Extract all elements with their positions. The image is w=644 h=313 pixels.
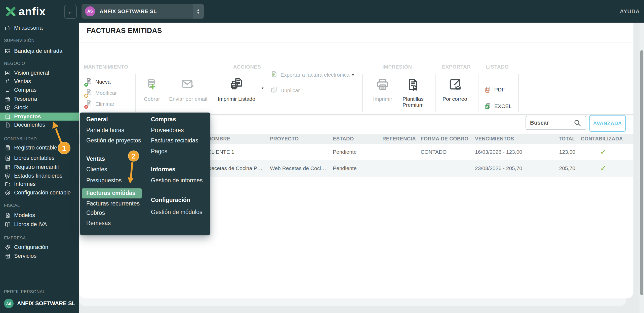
copy-icon <box>270 86 278 95</box>
cell-proyecto: Web Recetas de Coci… <box>270 160 326 177</box>
sidebar-item-libros-contables[interactable]: Libros contables <box>0 154 79 162</box>
sidebar-item-informes[interactable]: Informes <box>0 180 79 188</box>
anfix-logo: anfix <box>6 5 46 18</box>
sidebar-item-ventas[interactable]: Ventas <box>0 77 79 86</box>
proyectos-dropdown-menu: General Parte de horas Gestión de proyec… <box>80 113 210 235</box>
pdf-button[interactable]: PDF <box>484 86 505 93</box>
menu-item-facturas-emitidas[interactable]: Facturas emitidas <box>82 188 142 198</box>
sidebar-item-documentos[interactable]: Documentos <box>0 121 79 129</box>
menu-item-facturas-recurrentes[interactable]: Facturas recurrentes <box>86 200 140 207</box>
sidebar-item-libros-de-iva[interactable]: Libros de IVA <box>0 220 79 229</box>
excel-label: EXCEL <box>494 103 512 109</box>
sidebar-item-label: Compras <box>14 87 36 93</box>
print-list-icon <box>229 73 244 96</box>
menu-item-clientes[interactable]: Clientes <box>86 166 107 173</box>
column-header-referencia[interactable]: REFERENCIA <box>382 134 416 144</box>
purchases-arrow-icon <box>5 87 11 93</box>
column-header-forma-de-cobro[interactable]: FORMA DE COBRO <box>421 134 468 144</box>
exportar-factura-electronica-button[interactable]: e Exportar a factura electrónica ▾ <box>270 70 354 79</box>
column-header-nombre[interactable]: NOMBRE <box>208 134 230 144</box>
sidebar-item-configuracion[interactable]: Configuración <box>0 243 79 251</box>
ledger-icon <box>5 155 11 161</box>
sidebar: Mi asesoría SUPERVISIÓN Bandeja de entra… <box>0 23 79 313</box>
menu-item-label: Facturas emitidas <box>86 190 136 196</box>
column-header-contabilizada[interactable]: CONTABILIZADA <box>581 134 626 144</box>
modificar-button[interactable]: Modificar <box>85 88 117 97</box>
sidebar-item-modelos[interactable]: Modelos <box>0 211 79 220</box>
menu-item-proveedores[interactable]: Proveedores <box>151 127 184 134</box>
sidebar-section-perfil-personal: PERFIL PERSONAL <box>0 289 45 294</box>
books-icon <box>5 164 11 170</box>
sidebar-item-vision-general[interactable]: Visión general <box>0 69 79 77</box>
delete-document-icon: × <box>85 99 93 108</box>
company-selector[interactable]: AS ANFIX SOFTWARE SL ▲ ▼ <box>82 4 204 19</box>
toolbar-divider <box>362 74 363 112</box>
imprimir-listado-button[interactable]: Imprimir Listado <box>206 73 267 102</box>
por-correo-button[interactable]: Por correo <box>436 73 474 102</box>
menu-item-cobros[interactable]: Cobros <box>86 210 105 216</box>
profile-avatar: AS <box>4 299 14 308</box>
e-invoice-icon: e <box>270 70 278 79</box>
menu-item-pagos[interactable]: Pagos <box>151 148 167 155</box>
advanced-search-button[interactable]: AVANZADA <box>589 115 626 132</box>
plantillas-premium-button[interactable]: Plantillas Premium <box>394 73 432 108</box>
menu-item-gestion-de-modulos[interactable]: Gestión de módulos <box>151 209 203 216</box>
column-header-proyecto[interactable]: PROYECTO <box>270 134 299 144</box>
sidebar-item-mi-asesoria[interactable]: Mi asesoría <box>0 24 79 32</box>
bar-chart-icon <box>5 70 11 76</box>
pdf-label: PDF <box>494 87 505 93</box>
sidebar-item-compras[interactable]: Compras <box>0 86 79 94</box>
menu-item-presupuestos[interactable]: Presupuestos <box>86 177 122 184</box>
duplicar-button[interactable]: Duplicar <box>270 86 300 95</box>
nueva-label: Nueva <box>95 79 111 85</box>
new-document-icon: + <box>85 77 93 86</box>
duplicar-label: Duplicar <box>280 87 300 93</box>
cell-nombre: Recetas de Cocina P… <box>208 160 262 177</box>
sidebar-item-label: Proyectos <box>14 113 41 120</box>
cell-total: 205,70 <box>529 160 575 177</box>
menu-column-divider <box>145 116 145 232</box>
menu-item-remesas[interactable]: Remesas <box>86 220 111 227</box>
sidebar-item-tesoreria[interactable]: Tesorería <box>0 95 79 103</box>
search-icon[interactable] <box>573 119 581 127</box>
briefcase-icon <box>5 25 11 31</box>
sidebar-item-registro-contable[interactable]: Registro contable <box>0 143 79 152</box>
column-header-vencimientos[interactable]: VENCIMIENTOS <box>475 134 514 144</box>
sidebar-item-label: Configuración <box>14 244 48 250</box>
sidebar-item-label: Mi asesoría <box>14 25 43 31</box>
back-button[interactable]: ← <box>64 5 77 19</box>
sidebar-item-configuracion-contable[interactable]: Configuración contable <box>0 188 79 197</box>
sidebar-item-bandeja-de-entrada[interactable]: Bandeja de entrada <box>0 47 79 55</box>
sidebar-item-registro-mercantil[interactable]: Registro mercantil <box>0 163 79 171</box>
menu-header-ventas: Ventas <box>86 155 105 162</box>
excel-button[interactable]: EXCEL <box>484 102 512 110</box>
calculator-icon <box>5 145 11 151</box>
imprimir-label: Imprimir <box>373 96 392 102</box>
sidebar-section-empresa: EMPRESA <box>0 236 26 241</box>
menu-item-facturas-recibidas[interactable]: Facturas recibidas <box>151 137 198 144</box>
imprimir-listado-caret-icon[interactable]: ▾ <box>262 86 264 90</box>
eliminar-button[interactable]: × Eliminar <box>85 99 114 108</box>
nueva-button[interactable]: + Nueva <box>85 77 111 86</box>
coins-icon: + <box>145 73 159 96</box>
title-divider <box>79 42 633 42</box>
imprimir-listado-label: Imprimir Listado <box>218 96 255 102</box>
menu-item-parte-de-horas[interactable]: Parte de horas <box>86 127 124 134</box>
sidebar-item-estados-financieros[interactable]: Estados financieros <box>0 172 79 180</box>
sidebar-item-label: Informes <box>14 181 36 187</box>
cell-nombre: CLIENTE 1 <box>208 144 234 160</box>
menu-header-compras: Compras <box>151 116 176 123</box>
menu-item-gestion-de-proyectos[interactable]: Gestión de proyectos <box>86 137 141 144</box>
sidebar-item-label: Modelos <box>14 212 35 219</box>
sidebar-item-stock[interactable]: Stock <box>0 103 79 112</box>
company-stepper[interactable]: ▲ ▼ <box>193 4 204 19</box>
cell-forma-de-cobro: CONTADO <box>421 144 447 160</box>
help-link[interactable]: AYUDA <box>620 8 640 15</box>
column-header-total[interactable]: TOTAL <box>529 134 575 144</box>
vertical-scrollbar-thumb[interactable] <box>640 50 643 295</box>
sidebar-profile[interactable]: AS ANFIX SOFTWARE SL <box>0 298 79 309</box>
menu-item-gestion-de-informes[interactable]: Gestión de informes <box>151 177 203 184</box>
sidebar-item-proyectos[interactable]: Proyectos <box>0 113 79 121</box>
sidebar-item-servicios[interactable]: Servicios <box>0 252 79 260</box>
column-header-estado[interactable]: ESTADO <box>333 134 354 144</box>
